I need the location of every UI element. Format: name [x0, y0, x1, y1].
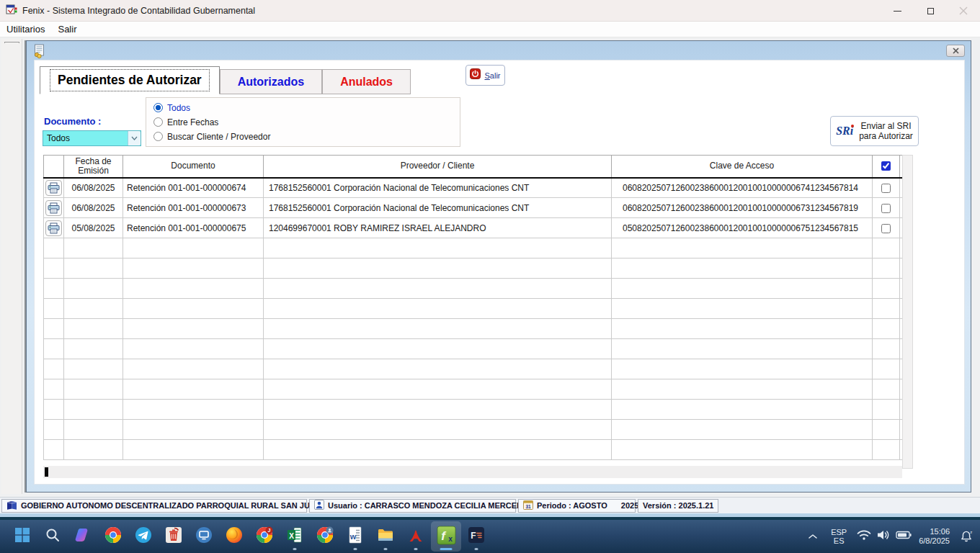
enviar-al-sri-button[interactable]: SRi Enviar al SRI para Autorizar	[830, 116, 919, 146]
radio-todos[interactable]: Todos	[153, 102, 453, 114]
taskbar-icon-copilot[interactable]	[68, 521, 98, 552]
printer-icon	[48, 222, 60, 234]
empty-row	[44, 379, 903, 400]
radio-label: Todos	[167, 103, 190, 113]
tray-chevron-up-icon[interactable]	[805, 533, 821, 540]
dropdown-arrow-button[interactable]	[128, 131, 141, 145]
app-icon	[6, 4, 17, 18]
taskbar-icon-explorer[interactable]	[370, 521, 401, 552]
firefox-icon	[226, 526, 243, 547]
salir-button[interactable]: Salir	[466, 65, 505, 86]
grid-vertical-scrollbar[interactable]	[902, 155, 913, 469]
empty-row	[44, 420, 903, 440]
fenix-icon: fx	[437, 526, 456, 548]
select-all-header	[873, 156, 900, 178]
row-checkbox[interactable]	[881, 204, 891, 213]
menu-utilitarios[interactable]: Utilitarios	[0, 22, 51, 37]
empty-row	[44, 238, 903, 258]
taskbar-icon-excel[interactable]: X	[280, 521, 310, 552]
minimize-button[interactable]	[881, 0, 914, 22]
system-tray: ESPES 15:066/8/2025 z	[805, 520, 976, 553]
close-button[interactable]	[947, 0, 980, 22]
sri-logo: SRi	[836, 125, 853, 138]
statusbar-entity: GOBIERNO AUTONOMO DESCENTRALIZADO PARROQ…	[1, 499, 307, 513]
radio-buscar-cliente-proveedor[interactable]: Buscar Cliente / Proveedor	[153, 130, 453, 143]
taskbar-icon-word[interactable]: w	[340, 521, 370, 552]
entity-text: GOBIERNO AUTONOMO DESCENTRALIZADO PARROQ…	[21, 501, 321, 510]
empty-row	[44, 400, 903, 420]
minimized-window-handle[interactable]	[4, 42, 19, 43]
explorer-icon	[377, 526, 394, 547]
documento-dropdown-value: Todos	[43, 133, 128, 143]
table-row[interactable]: 05/08/2025 Retención 001-001-000000675 1…	[44, 218, 903, 238]
tab-strip: Pendientes de Autorizar Autorizados Anul…	[40, 66, 411, 94]
taskbar-icon-start[interactable]	[7, 521, 37, 552]
tab-label: Autorizados	[238, 76, 304, 89]
taskbar-icon-files-app[interactable]: F	[461, 521, 491, 552]
menu-salir[interactable]: Salir	[51, 22, 83, 37]
copilot-icon	[74, 526, 92, 547]
radio-label: Buscar Cliente / Proveedor	[167, 132, 270, 142]
statusbar: GOBIERNO AUTONOMO DESCENTRALIZADO PARROQ…	[0, 497, 980, 513]
tab-autorizados[interactable]: Autorizados	[220, 69, 322, 94]
book-icon	[6, 500, 17, 511]
row-checkbox[interactable]	[881, 184, 891, 193]
taskbar: JXwfxF ESPES 15:066/8/2025 z	[0, 520, 980, 553]
documento-column-header: Documento	[123, 156, 264, 178]
statusbar-version: Versión : 2025.1.21	[638, 499, 718, 513]
documento-dropdown[interactable]: Todos	[43, 130, 141, 146]
cell-documento: Retención 001-001-000000674	[123, 178, 264, 198]
cell-clave: 0608202507126002386000120010010000006731…	[612, 198, 873, 218]
print-button[interactable]	[45, 220, 62, 236]
scrollbar-thumb[interactable]	[45, 467, 48, 477]
empty-row	[44, 279, 903, 299]
power-icon	[470, 68, 481, 82]
print-column-header	[44, 156, 64, 178]
screen: Fenix - Sistema Integrado de Contabilida…	[0, 0, 980, 553]
taskbar-icon-acrobat[interactable]	[401, 521, 431, 552]
tab-label: Anulados	[340, 76, 393, 89]
chrome-alt-icon	[316, 526, 334, 547]
tray-clock[interactable]: 15:066/8/2025	[919, 527, 950, 546]
taskbar-icon-fenix[interactable]: fx	[431, 521, 461, 552]
volume-icon	[876, 529, 891, 544]
taskbar-icon-chrome-alt[interactable]	[310, 521, 340, 552]
grid-horizontal-scrollbar[interactable]	[43, 466, 902, 478]
table-row[interactable]: 06/08/2025 Retención 001-001-000000674 1…	[44, 178, 903, 198]
svg-text:31: 31	[525, 504, 531, 509]
proveedor-column-header: Proveedor / Cliente	[264, 156, 612, 178]
cell-fecha: 06/08/2025	[64, 198, 123, 218]
cell-fecha: 05/08/2025	[64, 218, 123, 238]
minimize-icon	[894, 11, 901, 12]
cell-proveedor: 1204699670001 ROBY RAMIREZ ISRAEL ALEJAN…	[264, 218, 612, 238]
taskbar-icon-chrome[interactable]	[98, 521, 128, 552]
svg-text:X: X	[289, 532, 294, 540]
row-checkbox[interactable]	[881, 224, 891, 233]
empty-row	[44, 319, 903, 339]
select-all-checkbox[interactable]	[881, 161, 891, 171]
taskbar-icon-telegram[interactable]	[128, 521, 159, 552]
child-close-button[interactable]	[946, 45, 965, 57]
mdi-client: Pendientes de Autorizar Autorizados Anul…	[0, 37, 980, 497]
print-button[interactable]	[45, 180, 62, 196]
chrome-profile-icon: J	[256, 526, 273, 547]
taskbar-icon-firefox[interactable]	[219, 521, 249, 552]
tray-status-icons[interactable]	[857, 529, 912, 544]
sri-button-label: Enviar al SRI para Autorizar	[859, 121, 913, 141]
tab-anulados[interactable]: Anulados	[322, 69, 411, 94]
calendar-icon: 31	[523, 500, 533, 511]
radio-entre-fechas[interactable]: Entre Fechas	[153, 116, 453, 128]
print-button[interactable]	[45, 200, 62, 216]
wifi-icon	[857, 529, 871, 544]
desktop-edge	[0, 513, 980, 520]
tab-pendientes-de-autorizar[interactable]: Pendientes de Autorizar	[40, 66, 220, 94]
table-row[interactable]: 06/08/2025 Retención 001-001-000000673 1…	[44, 198, 903, 218]
taskbar-icon-search[interactable]	[37, 521, 68, 552]
maximize-button[interactable]	[914, 0, 947, 22]
tab-label: Pendientes de Autorizar	[50, 70, 209, 91]
taskbar-icon-chrome-profile[interactable]: J	[249, 521, 280, 552]
tray-language[interactable]: ESPES	[828, 528, 850, 545]
notification-bell-icon[interactable]: z	[957, 530, 976, 543]
taskbar-icon-remote-desktop[interactable]	[189, 521, 219, 552]
taskbar-icon-recycle[interactable]	[159, 521, 189, 552]
